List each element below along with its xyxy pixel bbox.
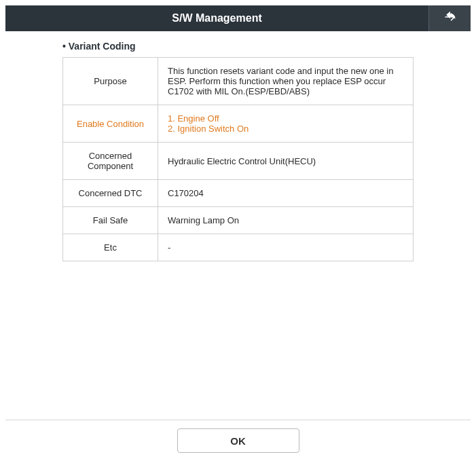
footer: OK: [5, 420, 471, 453]
row-label-fail-safe: Fail Safe: [63, 207, 158, 234]
enable-condition-line: 1. Engine Off: [168, 113, 403, 124]
row-value-enable-condition: 1. Engine Off 2. Ignition Switch On: [158, 105, 414, 143]
page-title: S/W Management: [5, 5, 428, 31]
row-label-purpose: Purpose: [63, 58, 158, 105]
row-label-concerned-component: Concerned Component: [63, 143, 158, 180]
table-row: Enable Condition 1. Engine Off 2. Igniti…: [63, 105, 414, 143]
table-row: Fail Safe Warning Lamp On: [63, 207, 414, 234]
row-label-etc: Etc: [63, 234, 158, 261]
row-label-enable-condition: Enable Condition: [63, 105, 158, 143]
table-row: Concerned Component Hydraulic Electric C…: [63, 143, 414, 180]
section-label: • Variant Coding: [62, 41, 476, 52]
row-value-fail-safe: Warning Lamp On: [158, 207, 414, 234]
enable-condition-line: 2. Ignition Switch On: [168, 124, 403, 134]
back-button[interactable]: [428, 5, 471, 31]
table-row: Concerned DTC C170204: [63, 180, 414, 207]
table-row: Purpose This function resets variant cod…: [63, 58, 414, 105]
row-value-etc: -: [158, 234, 414, 261]
info-table: Purpose This function resets variant cod…: [62, 57, 414, 261]
row-value-concerned-dtc: C170204: [158, 180, 414, 207]
back-arrow-icon: [443, 10, 457, 26]
row-value-concerned-component: Hydraulic Electric Control Unit(HECU): [158, 143, 414, 180]
table-row: Etc -: [63, 234, 414, 261]
ok-button[interactable]: OK: [177, 428, 299, 453]
row-value-purpose: This function resets variant code and in…: [158, 58, 414, 105]
row-label-concerned-dtc: Concerned DTC: [63, 180, 158, 207]
header-bar: S/W Management: [5, 5, 471, 31]
